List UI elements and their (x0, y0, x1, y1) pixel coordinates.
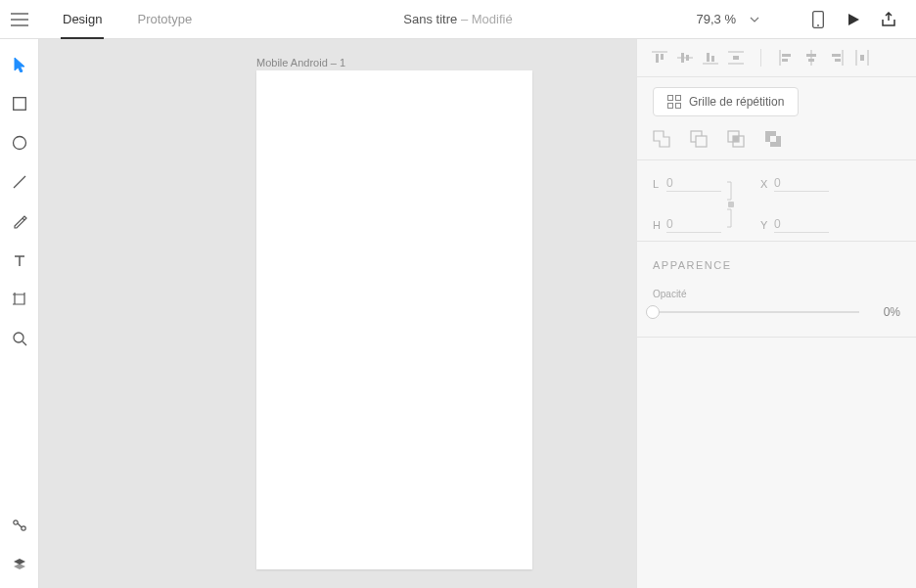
zoom-icon (12, 331, 27, 346)
opacity-slider-thumb[interactable] (646, 305, 660, 319)
y-input[interactable]: 0 (774, 217, 829, 233)
opacity-slider[interactable] (653, 311, 859, 313)
align-right[interactable] (826, 47, 847, 68)
pathop-subtract[interactable] (690, 130, 710, 150)
distribute-h[interactable] (851, 47, 873, 68)
align-left[interactable] (775, 47, 797, 68)
pathop-intersect[interactable] (727, 130, 747, 150)
svg-rect-13 (681, 53, 684, 63)
layers-icon (12, 557, 27, 572)
width-input[interactable]: 0 (666, 176, 721, 192)
align-hcenter-icon (804, 50, 818, 66)
repeat-grid-button[interactable]: Grille de répétition (653, 87, 799, 116)
tab-prototype[interactable]: Prototype (135, 0, 194, 39)
y-label: Y (760, 219, 774, 231)
assets-icon (12, 519, 27, 532)
pathop-add[interactable] (653, 130, 672, 150)
svg-rect-21 (808, 59, 814, 62)
svg-point-5 (13, 137, 25, 150)
device-preview-button[interactable] (804, 6, 832, 33)
svg-rect-12 (661, 54, 664, 60)
zoom-dropdown[interactable]: 79,3 % (697, 12, 759, 26)
line-icon (12, 174, 27, 190)
align-center-h[interactable] (801, 47, 822, 68)
device-icon (812, 11, 824, 28)
artboard-name[interactable]: Mobile Android – 1 (256, 57, 345, 68)
align-middle-v[interactable] (674, 47, 696, 68)
pathop-exclude[interactable] (764, 130, 784, 150)
pointer-icon (13, 57, 26, 72)
zoom-tool[interactable] (4, 323, 35, 354)
chevron-down-icon (750, 17, 759, 23)
x-label: X (760, 178, 774, 190)
title-modified: – Modifié (457, 12, 512, 26)
align-right-icon (830, 50, 844, 66)
distribute-v-icon (728, 51, 744, 65)
height-input[interactable]: 0 (666, 217, 721, 233)
top-bar: Design Prototype Sans titre – Modifié 79… (0, 0, 916, 39)
top-right-controls: 79,3 % (697, 6, 916, 33)
layers-button[interactable] (4, 549, 35, 580)
lock-aspect-icon[interactable] (723, 180, 737, 229)
distribute-h-icon (855, 50, 869, 66)
align-bottom[interactable] (700, 47, 721, 68)
align-top-icon (652, 51, 667, 65)
svg-marker-2 (848, 14, 859, 25)
opacity-control: Opacité 0% (653, 289, 900, 319)
exclude-icon (764, 130, 782, 148)
svg-rect-16 (711, 56, 714, 62)
title-text: Sans titre (403, 12, 457, 26)
pen-tool[interactable] (4, 205, 35, 237)
svg-rect-14 (686, 55, 689, 61)
align-vmiddle-icon (677, 51, 693, 65)
text-icon (13, 253, 26, 267)
zoom-value: 79,3 % (697, 12, 736, 26)
svg-rect-30 (696, 136, 707, 147)
rectangle-tool[interactable] (4, 88, 35, 119)
svg-rect-20 (806, 54, 816, 57)
distribute-v[interactable] (725, 47, 747, 68)
share-button[interactable] (875, 6, 902, 33)
svg-rect-22 (832, 54, 841, 57)
select-tool[interactable] (4, 49, 35, 80)
line-tool[interactable] (4, 166, 35, 198)
alignment-row (637, 39, 916, 77)
text-tool[interactable] (4, 245, 35, 276)
svg-rect-11 (656, 54, 659, 63)
svg-rect-27 (668, 104, 673, 109)
pen-icon (12, 213, 27, 229)
rectangle-icon (13, 97, 26, 111)
ellipse-tool[interactable] (4, 127, 35, 158)
x-input[interactable]: 0 (774, 176, 829, 192)
svg-rect-19 (782, 59, 788, 62)
svg-rect-26 (676, 96, 681, 101)
svg-rect-24 (860, 55, 864, 61)
tab-design[interactable]: Design (61, 0, 104, 39)
svg-point-6 (14, 333, 23, 342)
svg-rect-28 (676, 104, 681, 109)
canvas-area[interactable]: Mobile Android – 1 (39, 39, 636, 588)
svg-point-1 (817, 24, 819, 26)
repeat-grid-section: Grille de répétition (637, 77, 916, 160)
artboard-tool[interactable] (4, 284, 35, 315)
artboard[interactable] (256, 70, 532, 569)
mode-tabs: Design Prototype (61, 0, 225, 39)
union-icon (653, 130, 670, 148)
align-left-icon (779, 50, 793, 66)
align-top[interactable] (649, 47, 670, 68)
opacity-value[interactable]: 0% (873, 305, 900, 319)
play-icon (847, 13, 860, 26)
repeat-grid-label: Grille de répétition (689, 95, 784, 109)
menu-button[interactable] (0, 0, 39, 39)
appearance-title: APPARENCE (653, 259, 900, 271)
svg-rect-33 (733, 136, 739, 142)
play-button[interactable] (840, 6, 867, 33)
grid-icon (667, 95, 681, 109)
assets-button[interactable] (4, 510, 35, 541)
transform-section: L 0 X 0 H 0 Y 0 (637, 160, 916, 242)
svg-point-7 (13, 520, 17, 524)
intersect-icon (727, 130, 745, 148)
left-toolbar (0, 39, 39, 588)
width-label: L (653, 178, 666, 190)
svg-rect-25 (668, 96, 673, 101)
